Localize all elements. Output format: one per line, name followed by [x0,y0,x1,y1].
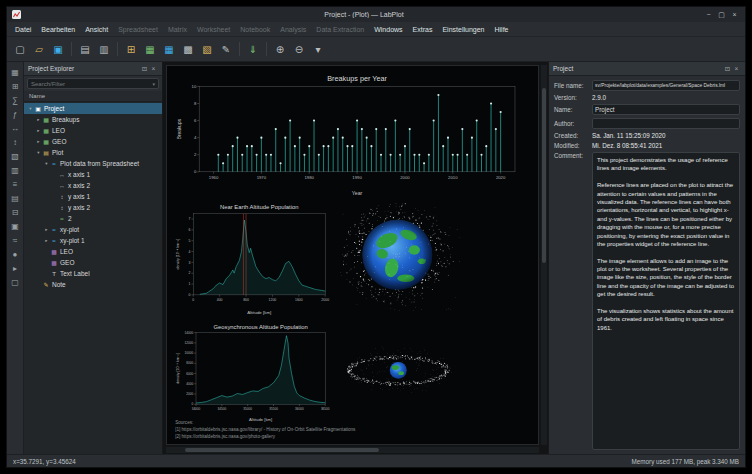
tree-item-plot[interactable]: ▾▤Plot [24,147,162,158]
new-matrix-button[interactable]: ▩ [179,40,197,58]
menu-bearbeiten[interactable]: Bearbeiten [36,26,80,33]
worksheet-horizontal-scrollbar[interactable] [166,447,539,453]
new-folder-button[interactable]: ⊞ [122,40,140,58]
expander-icon[interactable]: ▸ [35,117,42,122]
svg-text:10000: 10000 [185,351,194,355]
sources-line: [1] https://orbitaldebris.jsc.nasa.gov/l… [175,427,355,434]
version-label: Version: [554,94,588,101]
expander-icon[interactable]: ▸ [43,227,50,232]
scrollbar-thumb[interactable] [542,88,546,263]
close-properties-icon[interactable]: × [732,65,741,72]
print-preview-button[interactable]: ▥ [95,40,113,58]
comment-label: Comment: [554,152,588,450]
worksheet-view[interactable]: 19601970198019902000201020200246810Break… [163,62,548,454]
dock-icon-9[interactable]: ≡ [9,178,21,190]
earth-debris-image[interactable] [338,198,460,315]
new-workbook-button[interactable]: ▦ [141,40,159,58]
dock-icon-8[interactable]: ▥ [9,164,21,176]
float-panel-icon[interactable]: ⊡ [140,65,149,73]
tree-item-geo-2[interactable]: ▩GEO [24,257,162,268]
dock-icon-15[interactable]: ▸ [9,262,21,274]
toolbar-overflow-button[interactable]: ▾ [309,40,327,58]
close-window-icon[interactable]: × [729,9,740,20]
dock-icon-11[interactable]: ⊟ [9,206,21,218]
menu-hilfe[interactable]: Hilfe [489,26,513,33]
name-input[interactable]: Project [592,104,740,115]
dock-icon-14[interactable]: ● [9,248,21,260]
dock-icon-7[interactable]: ▧ [9,150,21,162]
dock-icon-13[interactable]: ≈ [9,234,21,246]
dock-icon-12[interactable]: ▣ [9,220,21,232]
tree-item-project[interactable]: ▾▣Project [24,103,162,114]
project-explorer-title: Project Explorer [28,65,74,72]
search-filter-input[interactable]: Search/Filter ▾ [27,78,159,89]
tree-item-text-label[interactable]: TText Label [24,268,162,279]
expander-icon[interactable]: ▾ [27,106,34,111]
minimize-window-icon[interactable]: − [703,9,714,20]
dock-icon-2[interactable]: ⊞ [9,80,21,92]
tree-item-xy-plot[interactable]: ▸≈xy-plot [24,224,162,235]
worksheet-page[interactable]: 19601970198019902000201020200246810Break… [166,65,539,445]
tree-item-label: y axis 1 [68,193,90,200]
expander-icon[interactable]: ▸ [35,128,42,133]
expander-icon[interactable]: ▾ [43,161,50,166]
tree-item-plot-data-from-spreadsheet[interactable]: ▾≈Plot data from Spreadsheet [24,158,162,169]
open-project-button[interactable]: ▱ [30,40,48,58]
tree-item-note[interactable]: ✎Note [24,279,162,290]
svg-text:35500: 35500 [270,407,279,411]
geo-chart[interactable]: 3400034500350003550036000365000200040006… [174,321,330,423]
tree-column-name[interactable]: Name [24,91,162,102]
tree-item-xy-plot-1[interactable]: ▸≈xy-plot 1 [24,235,162,246]
menu-datei[interactable]: Datei [10,26,36,33]
save-project-button[interactable]: ▣ [49,40,67,58]
expander-icon[interactable]: ▸ [43,238,50,243]
tree-item-y-axis-1[interactable]: ↕y axis 1 [24,191,162,202]
new-spreadsheet-button[interactable]: ▦ [160,40,178,58]
tree-item-x-axis-1[interactable]: ↔x axis 1 [24,169,162,180]
zoom-in-button[interactable]: ⊕ [271,40,289,58]
dock-icon-6[interactable]: ↕ [9,136,21,148]
expander-icon[interactable]: ▾ [35,150,42,155]
maximize-window-icon[interactable]: ▢ [716,9,727,20]
menu-windows[interactable]: Windows [369,26,407,33]
zoom-out-button[interactable]: ⊖ [290,40,308,58]
print-button[interactable]: ▤ [76,40,94,58]
menu-extras[interactable]: Extras [408,26,438,33]
close-panel-icon[interactable]: × [149,65,158,72]
tree-item-x-axis-2[interactable]: ↔x axis 2 [24,180,162,191]
titlebar[interactable]: Project - (Plot) — LabPlot −▢× [7,7,745,22]
scrollbar-thumb[interactable] [185,448,379,452]
new-project-button[interactable]: ▢ [11,40,29,58]
menu-ansicht[interactable]: Ansicht [80,26,113,33]
dock-icon-3[interactable]: ∑ [9,94,21,106]
comment-textarea[interactable]: This project demonstrates the usage of r… [592,152,740,450]
dock-icon-1[interactable]: ▦ [9,66,21,78]
author-input[interactable] [592,118,740,129]
menu-einstellungen[interactable]: Einstellungen [437,26,489,33]
breakups-chart[interactable]: 19601970198019902000201020200246810Break… [174,72,523,197]
filter-options-icon[interactable]: ▾ [152,81,155,87]
dock-icon-5[interactable]: ↔ [9,122,21,134]
tree-item-leo-2[interactable]: ▩LEO [24,246,162,257]
near-earth-chart[interactable]: 040080012001600200001234567Near Earth Al… [174,202,330,315]
new-worksheet-button[interactable]: ▧ [198,40,216,58]
curve-icon: ≈ [58,216,66,222]
tree-item-label: x axis 1 [68,171,90,178]
tree-item-leo[interactable]: ▸▦LEO [24,125,162,136]
svg-text:0: 0 [189,293,191,297]
new-note-button[interactable]: ✎ [217,40,235,58]
tree-item-2[interactable]: ≈2 [24,213,162,224]
svg-text:1980: 1980 [305,175,315,180]
dock-icon-16[interactable]: ▢ [9,276,21,288]
geo-ring-image[interactable] [338,325,460,420]
expander-icon[interactable]: ▸ [35,139,42,144]
dock-icon-4[interactable]: ƒ [9,108,21,120]
worksheet-vertical-scrollbar[interactable] [541,65,547,445]
tree-item-geo[interactable]: ▸▦GEO [24,136,162,147]
float-properties-icon[interactable]: ⊡ [723,65,732,73]
import-file-button[interactable]: ⇓ [244,40,262,58]
tree-item-breakups[interactable]: ▸▦Breakups [24,114,162,125]
file-name-value[interactable]: sv/Projekte/labplot/data/examples/Genera… [592,80,740,91]
dock-icon-10[interactable]: ▤ [9,192,21,204]
tree-item-y-axis-2[interactable]: ↕y axis 2 [24,202,162,213]
